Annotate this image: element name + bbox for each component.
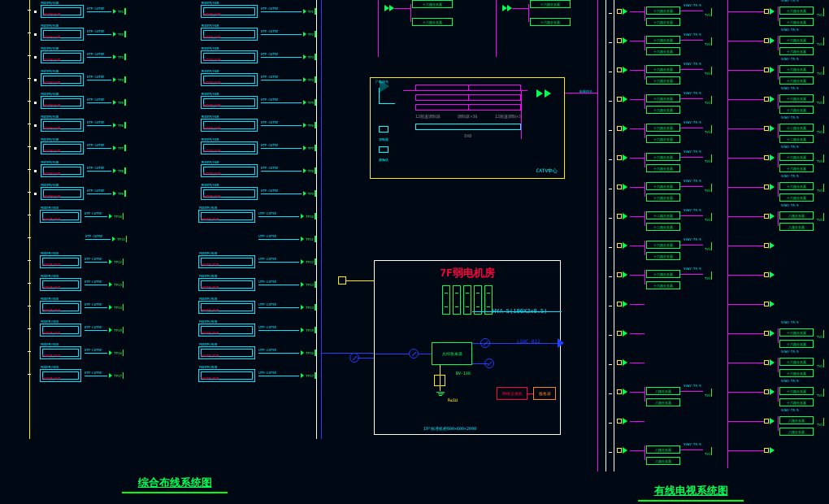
floor-tick bbox=[28, 33, 31, 33]
modem-hub-module: MODEM/HUBMODEM/HUB bbox=[40, 369, 81, 382]
utp-wire: UTP-CAT5E bbox=[258, 307, 299, 308]
camera-icon bbox=[379, 146, 388, 153]
outlet-label: TP13 bbox=[306, 283, 314, 287]
tv-floor-row: 八路分支器八路分支器SYWV-75-5TV1 bbox=[605, 439, 829, 468]
wiring-row: MODEM/HUBMODEM/HUBUTP-CAT5ETP12MODEM/HUB… bbox=[33, 250, 316, 273]
splitter-box: 十六路分支器 bbox=[646, 182, 680, 190]
coax-drop bbox=[778, 328, 779, 343]
outlet-arrow-icon bbox=[301, 259, 304, 264]
outlet-label: TP11 bbox=[306, 237, 314, 241]
coax-wire bbox=[680, 274, 703, 275]
outlet-pin-icon bbox=[315, 31, 316, 37]
outlet-arrow-icon bbox=[113, 168, 116, 173]
tv-floor-row: 八路分支器八路分支器SYWV-75-5TV1 bbox=[605, 410, 829, 439]
line-amplifier bbox=[764, 37, 775, 44]
coax-riser-branch bbox=[727, 439, 728, 468]
rack-icon bbox=[474, 285, 482, 315]
outlet-label: TP15 bbox=[306, 328, 314, 332]
tv-port-label: TV1 bbox=[817, 130, 822, 134]
outlet-pin-icon bbox=[124, 31, 126, 37]
outlet-pin-icon bbox=[123, 281, 124, 288]
tv-outlet-pin-icon bbox=[711, 447, 712, 455]
outlet-label: TP3 bbox=[308, 55, 314, 59]
outlet-label: TP8 bbox=[308, 169, 314, 173]
outlet-arrow-icon bbox=[109, 282, 112, 287]
tv-port-label: TV1 bbox=[817, 364, 822, 368]
line-amplifier bbox=[764, 67, 775, 73]
coax-wire bbox=[630, 275, 645, 276]
device-dot-icon bbox=[34, 124, 37, 127]
tv-floor-row: 十六路分支器十六路分支器SYWV-75-5TV1十六路分支器十六路分支器SYWV… bbox=[605, 146, 829, 176]
outlet-pin-icon bbox=[315, 350, 316, 356]
modem-hub-module: MODEM/HUBMODEM/HUB bbox=[41, 96, 84, 109]
floor-tick bbox=[609, 423, 612, 424]
outlet-pin-icon bbox=[315, 76, 316, 83]
floor-tick bbox=[28, 215, 31, 215]
utp-wire: UTP-CAT5E bbox=[261, 80, 302, 80]
device-dot-icon bbox=[34, 170, 37, 172]
coax-wire bbox=[630, 187, 645, 188]
mod-label-2: 12频道调制×3 bbox=[495, 114, 521, 119]
line-amplifier bbox=[764, 301, 775, 307]
coax-wire bbox=[680, 391, 703, 392]
fiber-line bbox=[419, 354, 432, 354]
cad-canvas[interactable]: MODEM/HUBMODEM/HUBUTP-CAT5ETP1MODEM/HUBM… bbox=[0, 0, 829, 504]
splitter-box: 十六路分支器 bbox=[779, 47, 814, 55]
splitter-box: 十六路分支器 bbox=[779, 193, 814, 202]
outlet-label: TP9 bbox=[308, 192, 314, 196]
floor-tick bbox=[28, 169, 31, 170]
coax-label: SYWV-75-5 bbox=[781, 408, 799, 412]
line-amplifier bbox=[764, 359, 775, 366]
tv-port-label: TV1 bbox=[817, 189, 822, 193]
line-amplifier bbox=[617, 8, 627, 15]
outlet-pin-icon bbox=[315, 99, 316, 106]
wiring-row: MODEM/HUBMODEM/HUBUTP-CAT5ETP8MODEM/HUBM… bbox=[33, 159, 316, 182]
tv-floor-row: 十六路分支器十六路分支器SYWV-75-5TV1十六路分支器十六路分支器SYWV… bbox=[605, 176, 829, 205]
coax-label: SYWV-75-5 bbox=[781, 320, 799, 324]
utp-wire: UTP-CAT5E bbox=[258, 353, 299, 354]
coax-wire bbox=[727, 11, 764, 12]
coax-wire bbox=[528, 4, 529, 22]
tv-floor-row: 十六路分支器十六路分支器SYWV-75-5TV1十六路分支器十六路分支器SYWV… bbox=[605, 29, 829, 59]
tv-outlet-pin-icon bbox=[823, 213, 824, 221]
coax-wire bbox=[727, 41, 764, 41]
utp-wire: UTP-CAT5E bbox=[258, 285, 299, 285]
modem-hub-module: MODEM/HUBMODEM/HUB bbox=[40, 346, 81, 359]
wiring-row: MODEM/HUBMODEM/HUBUTP-CAT5ETP5MODEM/HUBM… bbox=[33, 91, 316, 114]
modem-hub-module: MODEM/HUBMODEM/HUB bbox=[201, 28, 258, 41]
line-amplifier bbox=[617, 213, 627, 219]
outlet-label: TP14 bbox=[306, 306, 314, 310]
coax-riser-branch bbox=[727, 59, 728, 88]
line-amplifier bbox=[764, 96, 775, 102]
tv-outlet-pin-icon bbox=[711, 67, 712, 75]
coax-riser-branch bbox=[727, 205, 728, 234]
splitter-box: 十六路分支器 bbox=[530, 18, 571, 26]
coax-wire bbox=[680, 69, 703, 70]
fiber-line bbox=[472, 363, 488, 364]
coax-riser-branch bbox=[727, 234, 728, 263]
floor-tick bbox=[609, 189, 612, 189]
tv-port-label: TV1 bbox=[705, 72, 710, 76]
floor-tick bbox=[609, 101, 612, 102]
amp-tri-icon bbox=[536, 89, 543, 98]
coax-drop bbox=[645, 65, 645, 80]
coax-riser-branch bbox=[727, 263, 728, 293]
outlet-label: TP17 bbox=[306, 374, 314, 378]
tv-port-label: TV1 bbox=[817, 101, 822, 105]
tv-outlet-pin-icon bbox=[711, 96, 712, 104]
amp-tri-icon bbox=[545, 89, 551, 98]
floor-tick bbox=[609, 218, 612, 219]
splitter-box: 十六路分支器 bbox=[646, 36, 680, 44]
line-amplifier bbox=[764, 447, 775, 454]
line-amplifier bbox=[617, 389, 627, 395]
line-amplifier bbox=[764, 154, 775, 161]
outlet-arrow-icon bbox=[303, 54, 306, 59]
coax-drop bbox=[778, 211, 779, 226]
splitter-box: 十二路分支器 bbox=[646, 211, 680, 219]
tv-floor-row: 十六路分支器十六路分支器SYWV-75-5TV1十六路分支器十六路分支器SYWV… bbox=[605, 59, 829, 88]
outlet-pin-icon bbox=[124, 99, 126, 106]
wiring-row: MODEM/HUBMODEM/HUBUTP-CAT5ETP4MODEM/HUBM… bbox=[33, 68, 316, 91]
floor-tick bbox=[609, 276, 612, 277]
tv-port-label: TV1 bbox=[817, 423, 822, 427]
utp-wire: UTP-CAT5E bbox=[261, 148, 302, 149]
